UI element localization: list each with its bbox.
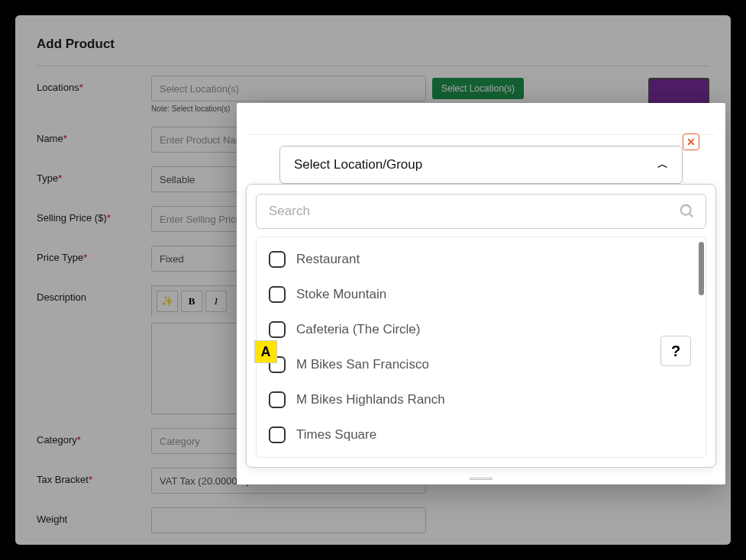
close-button[interactable]: ✕ [683,134,699,150]
chevron-up-icon: ︿ [657,158,668,172]
checkbox[interactable] [269,426,286,443]
search-wrap [256,194,706,229]
format-a-icon: A [261,344,271,360]
svg-line-1 [689,214,693,217]
option-row[interactable]: M Bikes San Francisco [260,347,702,382]
checkbox[interactable] [269,321,286,338]
option-label: M Bikes Highlands Ranch [296,392,445,407]
svg-point-0 [681,205,691,215]
option-row[interactable]: M Bikes Highlands Ranch [260,382,702,417]
dropdown-panel: Restaurant Stoke Mountain Cafeteria (The… [246,184,716,468]
search-icon [679,203,696,223]
scrollbar-thumb[interactable] [699,242,704,295]
help-icon: ? [671,343,680,360]
option-row[interactable]: Restaurant [260,242,702,277]
dropdown-header[interactable]: Select Location/Group ︿ [280,146,682,183]
option-label: Restaurant [296,252,360,267]
modal-top-strip [247,103,715,135]
checkbox[interactable] [269,251,286,268]
text-color-button[interactable]: A [254,340,277,363]
option-row[interactable]: Cafeteria (The Circle) [260,312,702,347]
option-label: Cafeteria (The Circle) [296,322,421,337]
help-button[interactable]: ? [660,336,691,366]
option-label: M Bikes San Francisco [296,357,429,372]
location-modal: ✕ Select Location/Group ︿ [237,103,725,484]
search-input[interactable] [256,194,706,229]
option-label: Stoke Mountain [296,287,386,302]
option-label: Times Square [296,427,376,443]
option-row[interactable]: Stoke Mountain [260,277,702,312]
location-dropdown: Select Location/Group ︿ [279,146,683,184]
dropdown-title: Select Location/Group [294,157,422,172]
editor-format-color: A [254,340,277,363]
options-list[interactable]: Restaurant Stoke Mountain Cafeteria (The… [256,237,706,458]
option-row[interactable]: Times Square [260,417,702,452]
resize-handle[interactable] [470,477,492,481]
checkbox[interactable] [269,286,286,303]
close-icon: ✕ [686,136,696,148]
checkbox[interactable] [269,391,286,408]
